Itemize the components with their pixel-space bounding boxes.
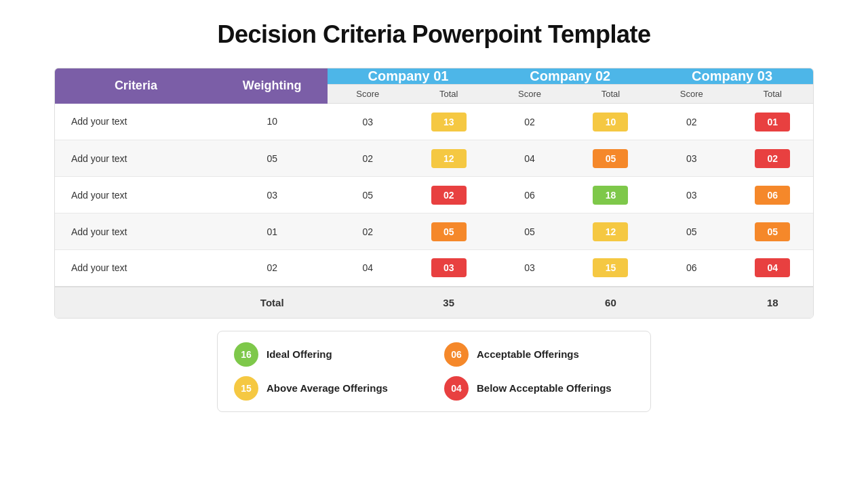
total-empty-c2-score: [489, 287, 570, 318]
legend-text: Above Average Offerings: [267, 382, 388, 394]
c3-score-cell: 03: [651, 177, 732, 214]
c2-total-cell: 05: [570, 140, 651, 177]
weighting-cell: 01: [217, 214, 328, 250]
header-row-companies: Criteria Weighting Company 01 Company 02…: [55, 68, 813, 85]
c2-score-cell: 04: [489, 140, 570, 177]
table-row: Add your text 10 03 13 02 10 02 01: [55, 104, 813, 140]
header-c2-total: Total: [570, 85, 651, 104]
legend-badge: 06: [444, 342, 469, 367]
table-row: Add your text 02 04 03 03 15 06 04: [55, 250, 813, 287]
c2-score-cell: 02: [489, 104, 570, 140]
header-company01: Company 01: [328, 68, 490, 85]
total-c3: 18: [732, 287, 813, 318]
c3-score-cell: 03: [651, 140, 732, 177]
c2-total-cell: 18: [570, 177, 651, 214]
c2-total-cell: 10: [570, 104, 651, 140]
total-empty-c1-score: [328, 287, 408, 318]
c1-score-cell: 03: [328, 104, 408, 140]
table-row: Add your text 05 02 12 04 05 03 02: [55, 140, 813, 177]
decision-table: Criteria Weighting Company 01 Company 02…: [55, 68, 813, 318]
legend-badge: 04: [444, 376, 469, 401]
header-criteria: Criteria: [55, 68, 217, 104]
legend-item: 15 Above Average Offerings: [234, 376, 424, 401]
c3-score-cell: 02: [651, 104, 732, 140]
c3-total-cell: 05: [732, 214, 813, 250]
c2-score-cell: 05: [489, 214, 570, 250]
c3-total-cell: 06: [732, 177, 813, 214]
table-body: Add your text 10 03 13 02 10 02 01 Add y…: [55, 104, 813, 318]
criteria-cell: Add your text: [55, 250, 217, 287]
c3-total-cell: 04: [732, 250, 813, 287]
total-c2: 60: [570, 287, 651, 318]
c1-score-cell: 02: [328, 214, 408, 250]
legend-text: Below Acceptable Offerings: [477, 382, 612, 394]
header-weighting: Weighting: [217, 68, 328, 104]
legend-item: 04 Below Acceptable Offerings: [444, 376, 634, 401]
header-c1-score: Score: [328, 85, 408, 104]
c3-score-cell: 06: [651, 250, 732, 287]
table-row: Add your text 03 05 02 06 18 03 06: [55, 177, 813, 214]
legend-badge: 15: [234, 376, 258, 401]
total-row: Total 35 60 18: [55, 287, 813, 318]
c1-total-cell: 12: [408, 140, 489, 177]
criteria-cell: Add your text: [55, 214, 217, 250]
c1-score-cell: 02: [328, 140, 408, 177]
page-title: Decision Criteria Powerpoint Template: [218, 20, 651, 49]
weighting-cell: 02: [217, 250, 328, 287]
c1-score-cell: 05: [328, 177, 408, 214]
header-c3-total: Total: [732, 85, 813, 104]
c3-total-cell: 02: [732, 140, 813, 177]
header-c1-total: Total: [408, 85, 489, 104]
c1-total-cell: 13: [408, 104, 489, 140]
c1-total-cell: 03: [408, 250, 489, 287]
header-c2-score: Score: [489, 85, 570, 104]
total-c1: 35: [408, 287, 489, 318]
legend-box: 16 Ideal Offering 06 Acceptable Offering…: [217, 331, 651, 412]
criteria-cell: Add your text: [55, 140, 217, 177]
c2-total-cell: 15: [570, 250, 651, 287]
table-row: Add your text 01 02 05 05 12 05 05: [55, 214, 813, 250]
header-company02: Company 02: [489, 68, 651, 85]
c1-total-cell: 05: [408, 214, 489, 250]
legend-item: 16 Ideal Offering: [234, 342, 424, 367]
legend-text: Acceptable Offerings: [477, 348, 579, 360]
c1-total-cell: 02: [408, 177, 489, 214]
weighting-cell: 05: [217, 140, 328, 177]
c3-total-cell: 01: [732, 104, 813, 140]
page: Decision Criteria Powerpoint Template Cr…: [0, 0, 868, 488]
legend-text: Ideal Offering: [267, 348, 332, 360]
c1-score-cell: 04: [328, 250, 408, 287]
legend-badge: 16: [234, 342, 258, 367]
weighting-cell: 10: [217, 104, 328, 140]
c2-score-cell: 03: [489, 250, 570, 287]
criteria-cell: Add your text: [55, 177, 217, 214]
legend-item: 06 Acceptable Offerings: [444, 342, 634, 367]
total-empty-c3-score: [651, 287, 732, 318]
weighting-cell: 03: [217, 177, 328, 214]
header-company03: Company 03: [651, 68, 813, 85]
criteria-cell: Add your text: [55, 104, 217, 140]
c2-score-cell: 06: [489, 177, 570, 214]
c3-score-cell: 05: [651, 214, 732, 250]
total-empty-criteria: [55, 287, 217, 318]
c2-total-cell: 12: [570, 214, 651, 250]
header-c3-score: Score: [651, 85, 732, 104]
total-label: Total: [217, 287, 328, 318]
decision-table-wrapper: Criteria Weighting Company 01 Company 02…: [54, 68, 814, 319]
